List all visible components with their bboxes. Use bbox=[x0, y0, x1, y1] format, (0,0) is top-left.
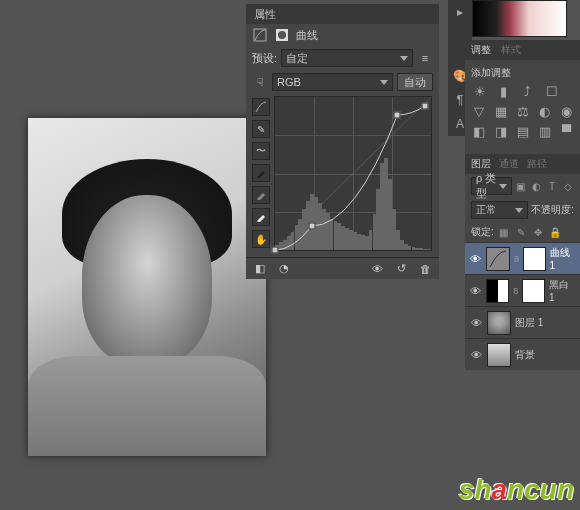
preset-select[interactable]: 自定 bbox=[281, 49, 413, 67]
opacity-label: 不透明度: bbox=[531, 203, 574, 217]
curves-adj-icon bbox=[252, 27, 268, 43]
black-eyedropper[interactable] bbox=[252, 164, 270, 182]
filter-adj-icon[interactable]: ◐ bbox=[530, 179, 543, 193]
clip-icon[interactable]: ◔ bbox=[276, 261, 292, 277]
preset-row: 预设: 自定 ≡ bbox=[246, 46, 439, 70]
threshold-icon[interactable]: ▥ bbox=[537, 124, 552, 138]
exposure-icon[interactable]: ☐ bbox=[543, 84, 560, 98]
photo-face bbox=[82, 195, 212, 365]
photo-filter-icon[interactable]: ◉ bbox=[559, 104, 574, 118]
auto-btn-label: 自动 bbox=[404, 75, 426, 90]
layers-tab[interactable]: 图层 bbox=[471, 157, 491, 171]
edit-points-tool[interactable]: ✋ bbox=[252, 230, 270, 248]
levels-icon[interactable]: ▮ bbox=[495, 84, 512, 98]
pencil-tool[interactable]: ✎ bbox=[252, 120, 270, 138]
hue-icon[interactable]: ▦ bbox=[493, 104, 508, 118]
lock-transparent-icon[interactable]: ▦ bbox=[497, 225, 511, 239]
layer-name[interactable]: 黑白 1 bbox=[549, 278, 576, 303]
curve-point-tool[interactable] bbox=[252, 98, 270, 116]
curves-area: ✎ 〜 ✋ bbox=[246, 94, 439, 257]
layers-panel: 图层 通道 路径 ρ 类型 ▣ ◐ T ◇ 正常 不透明度: 锁定: ▦ ✎ ✥… bbox=[465, 154, 580, 370]
lock-all-icon[interactable]: 🔒 bbox=[548, 225, 562, 239]
filter-type-icon[interactable]: T bbox=[546, 179, 559, 193]
smooth-tool[interactable]: 〜 bbox=[252, 142, 270, 160]
gray-eyedropper[interactable] bbox=[252, 186, 270, 204]
chevron-down-icon bbox=[400, 56, 408, 61]
eye-icon[interactable]: 👁 bbox=[369, 261, 385, 277]
layer-row[interactable]: 👁背景 bbox=[465, 338, 580, 370]
adj-row-3: ◧ ◨ ▤ ▥ ▀ bbox=[471, 124, 574, 138]
chevron-down-icon bbox=[515, 208, 523, 213]
lock-move-icon[interactable]: ✥ bbox=[531, 225, 545, 239]
filter-shape-icon[interactable]: ◇ bbox=[561, 179, 574, 193]
bw-icon[interactable]: ◐ bbox=[537, 104, 552, 118]
layer-thumb[interactable] bbox=[487, 311, 511, 335]
link-icon[interactable]: 8 bbox=[513, 286, 518, 296]
delete-icon[interactable]: 🗑 bbox=[417, 261, 433, 277]
gradient-map-icon[interactable]: ▀ bbox=[559, 124, 574, 138]
properties-panel: 属性 曲线 预设: 自定 ≡ ☟ RGB 自动 ✎ 〜 ✋ bbox=[246, 4, 439, 279]
channel-hand-icon[interactable]: ☟ bbox=[252, 74, 268, 90]
curves-icon[interactable]: ◧ bbox=[252, 261, 268, 277]
visibility-icon[interactable]: 👁 bbox=[469, 317, 483, 329]
add-adjustment-label: 添加调整 bbox=[471, 66, 574, 80]
channel-mixer-icon[interactable]: ◧ bbox=[471, 124, 486, 138]
layer-thumb[interactable] bbox=[487, 343, 511, 367]
styles-tab[interactable]: 样式 bbox=[501, 43, 521, 57]
brightness-icon[interactable]: ☀ bbox=[471, 84, 488, 98]
curve-point[interactable] bbox=[308, 223, 315, 230]
curves-tools: ✎ 〜 ✋ bbox=[252, 96, 270, 251]
reset-icon[interactable]: ↺ bbox=[393, 261, 409, 277]
adj-row-2: ▽ ▦ ⚖ ◐ ◉ bbox=[471, 104, 574, 118]
invert-icon[interactable]: ◨ bbox=[493, 124, 508, 138]
auto-button[interactable]: 自动 bbox=[397, 73, 433, 91]
layer-name[interactable]: 图层 1 bbox=[515, 316, 543, 330]
curve-point[interactable] bbox=[421, 103, 428, 110]
watermark-logo: shancun bbox=[459, 474, 574, 506]
lock-brush-icon[interactable]: ✎ bbox=[514, 225, 528, 239]
vibrance-icon[interactable]: ▽ bbox=[471, 104, 486, 118]
adjustments-tab[interactable]: 调整 bbox=[471, 43, 491, 57]
layer-row[interactable]: 👁8黑白 1 bbox=[465, 274, 580, 306]
white-eyedropper[interactable] bbox=[252, 208, 270, 226]
right-panels: 调整 样式 添加调整 ☀ ▮ ⤴ ☐ ▽ ▦ ⚖ ◐ ◉ ◧ ◨ ▤ ▥ ▀ 图… bbox=[465, 40, 580, 370]
layer-lock-row: 锁定: ▦ ✎ ✥ 🔒 bbox=[465, 222, 580, 242]
adjustments-tabset: 调整 样式 bbox=[465, 40, 580, 60]
blend-mode-value: 正常 bbox=[476, 203, 496, 217]
properties-footer: ◧ ◔ 👁 ↺ 🗑 bbox=[246, 257, 439, 279]
posterize-icon[interactable]: ▤ bbox=[515, 124, 530, 138]
channel-value: RGB bbox=[277, 76, 301, 88]
layer-row[interactable]: 👁8曲线 1 bbox=[465, 242, 580, 274]
color-balance-icon[interactable]: ⚖ bbox=[515, 104, 530, 118]
curve-point[interactable] bbox=[272, 247, 279, 254]
filter-pixel-icon[interactable]: ▣ bbox=[515, 179, 528, 193]
mask-thumb[interactable] bbox=[522, 279, 545, 303]
layer-list: 👁8曲线 1👁8黑白 1👁图层 1👁背景 bbox=[465, 242, 580, 370]
mask-icon[interactable] bbox=[274, 27, 290, 43]
properties-tab[interactable]: 属性 bbox=[246, 4, 439, 24]
visibility-icon[interactable]: 👁 bbox=[469, 349, 483, 361]
layer-name[interactable]: 曲线 1 bbox=[550, 246, 576, 271]
channel-select[interactable]: RGB bbox=[272, 73, 393, 91]
chevron-down-icon bbox=[499, 184, 507, 189]
expand-icon[interactable]: ▸ bbox=[448, 0, 472, 24]
color-swatch-panel[interactable] bbox=[472, 0, 567, 37]
filter-type-select[interactable]: ρ 类型 bbox=[471, 177, 512, 195]
preset-menu-icon[interactable]: ≡ bbox=[417, 50, 433, 66]
link-icon[interactable]: 8 bbox=[514, 254, 519, 264]
layer-name[interactable]: 背景 bbox=[515, 348, 535, 362]
paths-tab[interactable]: 路径 bbox=[527, 157, 547, 171]
curves-icon[interactable]: ⤴ bbox=[519, 84, 536, 98]
curve-point[interactable] bbox=[394, 112, 401, 119]
mask-thumb[interactable] bbox=[523, 247, 546, 271]
layer-row[interactable]: 👁图层 1 bbox=[465, 306, 580, 338]
svg-line-3 bbox=[275, 97, 431, 250]
visibility-icon[interactable]: 👁 bbox=[469, 253, 482, 265]
blend-mode-select[interactable]: 正常 bbox=[471, 201, 528, 219]
canvas-document[interactable] bbox=[28, 118, 266, 456]
photo-shirt bbox=[28, 356, 266, 456]
curves-graph[interactable] bbox=[274, 96, 432, 251]
visibility-icon[interactable]: 👁 bbox=[469, 285, 482, 297]
portrait-photo bbox=[28, 118, 266, 456]
channels-tab[interactable]: 通道 bbox=[499, 157, 519, 171]
